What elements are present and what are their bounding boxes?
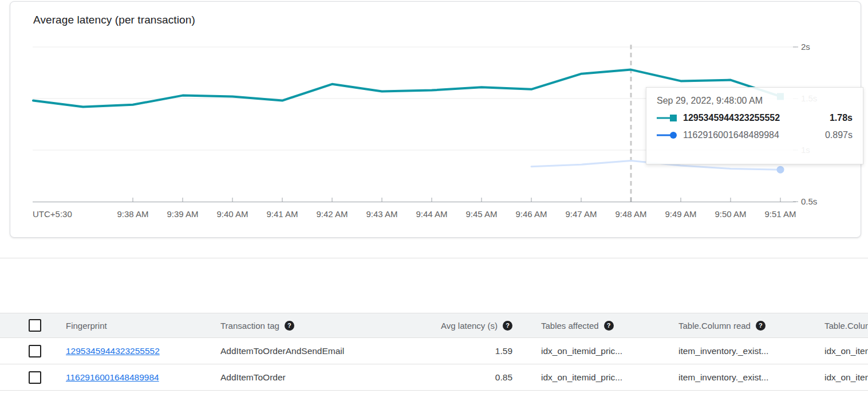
cell-tables-affected: idx_on_itemid_pric... <box>541 346 678 356</box>
cell-table-column-read: item_inventory._exist... <box>678 346 824 356</box>
column-help-icon[interactable]: ? <box>503 321 512 331</box>
svg-text:9:39 AM: 9:39 AM <box>167 209 198 219</box>
cell-avg-latency: 1.59 <box>418 346 518 356</box>
svg-text:9:41 AM: 9:41 AM <box>266 209 298 219</box>
tooltip-series-row: 1295345944323255552 1.78s <box>657 113 853 123</box>
svg-text:9:45 AM: 9:45 AM <box>465 209 497 219</box>
svg-text:9:43 AM: 9:43 AM <box>366 209 397 219</box>
cell-tables-affected: idx_on_itemid_pric... <box>541 372 678 383</box>
cell-table-column-written: idx_on_itemid_pric... <box>824 346 868 356</box>
svg-text:9:48 AM: 9:48 AM <box>615 209 646 219</box>
svg-text:9:42 AM: 9:42 AM <box>316 209 348 219</box>
svg-text:9:40 AM: 9:40 AM <box>216 209 248 219</box>
chart-tooltip: Sep 29, 2022, 9:48:00 AM 129534594432325… <box>646 87 863 164</box>
select-all-checkbox[interactable] <box>29 319 41 332</box>
column-help-icon[interactable]: ? <box>604 321 614 331</box>
column-header-table-column-written: Table.Column written <box>824 321 868 331</box>
series-circle-marker-icon <box>657 131 677 139</box>
row-checkbox[interactable] <box>29 371 41 384</box>
row-checkbox[interactable] <box>29 345 41 357</box>
page: Average latency (per transaction) 9:38 A… <box>0 0 868 393</box>
column-header-tables-affected: Tables affected ? <box>541 321 678 331</box>
cell-table-column-read: item_inventory._exist... <box>678 372 824 383</box>
column-header-table-column-read: Table.Column read ? <box>678 321 824 331</box>
svg-text:9:46 AM: 9:46 AM <box>515 209 547 219</box>
column-help-icon[interactable]: ? <box>285 321 294 331</box>
tooltip-timestamp: Sep 29, 2022, 9:48:00 AM <box>657 96 853 106</box>
tooltip-series-value: 1.78s <box>830 113 853 123</box>
cell-transaction-tag: AddItemToOrderAndSendEmail <box>220 346 418 356</box>
column-header-fingerprint: Fingerprint <box>66 321 220 331</box>
tooltip-series-label: 1295345944323255552 <box>683 113 825 123</box>
svg-text:9:51 AM: 9:51 AM <box>764 209 796 219</box>
table-row: 1295345944323255552 AddItemToOrderAndSen… <box>0 338 868 364</box>
svg-text:9:44 AM: 9:44 AM <box>416 209 447 219</box>
svg-text:9:38 AM: 9:38 AM <box>117 209 148 219</box>
cell-table-column-written: idx_on_itemid_pric... <box>824 372 868 383</box>
filter-table-panel: Filter Table.Column written : item_inven… <box>0 258 868 393</box>
svg-text:2s: 2s <box>801 42 810 52</box>
tooltip-series-label: 1162916001648489984 <box>683 130 820 140</box>
svg-text:0.5s: 0.5s <box>801 196 817 206</box>
cell-transaction-tag: AddItemToOrder <box>220 372 418 383</box>
svg-text:UTC+5:30: UTC+5:30 <box>33 209 72 219</box>
column-help-icon[interactable]: ? <box>756 321 766 331</box>
table-row: 1162916001648489984 AddItemToOrder 0.85 … <box>0 364 868 391</box>
svg-text:9:47 AM: 9:47 AM <box>565 209 597 219</box>
tooltip-series-row: 1162916001648489984 0.897s <box>657 130 853 140</box>
cell-avg-latency: 0.85 <box>418 372 518 383</box>
fingerprint-link[interactable]: 1295345944323255552 <box>66 346 160 356</box>
svg-text:9:49 AM: 9:49 AM <box>665 209 696 219</box>
series-square-marker-icon <box>657 114 677 122</box>
fingerprint-link[interactable]: 1162916001648489984 <box>66 372 159 382</box>
table-header-row: Fingerprint Transaction tag ? Avg latenc… <box>0 313 868 338</box>
tooltip-series-value: 0.897s <box>825 130 853 140</box>
svg-text:9:50 AM: 9:50 AM <box>715 209 746 219</box>
results-table: Fingerprint Transaction tag ? Avg latenc… <box>0 313 868 391</box>
column-header-avg-latency: Avg latency (s) ? <box>418 321 518 331</box>
column-header-transaction-tag: Transaction tag ? <box>220 321 418 331</box>
